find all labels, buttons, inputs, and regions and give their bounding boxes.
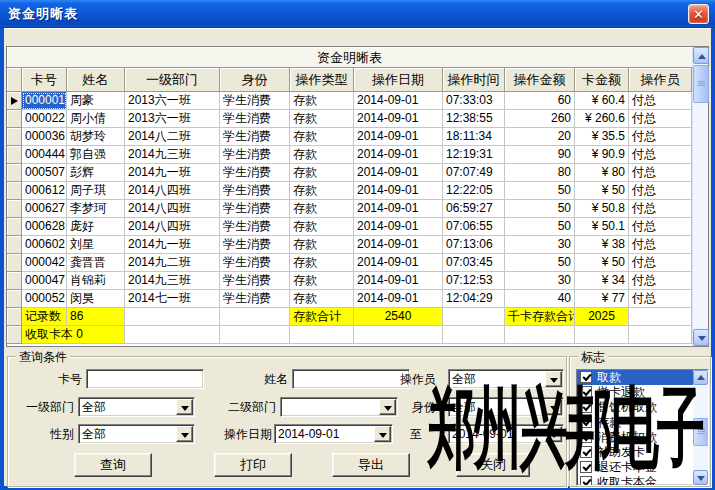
gender-combobox[interactable]: 全部	[78, 424, 195, 444]
checkbox-checked-icon[interactable]	[580, 371, 592, 383]
cell-identity[interactable]: 学生消费	[220, 218, 290, 236]
cell-card-no[interactable]: 000444	[22, 146, 67, 164]
flag-list-item[interactable]: 撤卡退款	[577, 385, 693, 400]
column-header[interactable]: 卡号	[22, 68, 67, 92]
cell-op-type[interactable]: 存款	[290, 200, 354, 218]
cell-card-no[interactable]: 000047	[22, 272, 67, 290]
column-header[interactable]: 操作时间	[443, 68, 505, 92]
cell-card-balance[interactable]: ¥ 50	[575, 182, 629, 200]
cell-op-amount[interactable]: 60	[505, 92, 575, 110]
scrollbar-thumb[interactable]	[693, 65, 709, 103]
cell-name[interactable]: 刘星	[67, 236, 125, 254]
cell-operator[interactable]: 付总	[629, 236, 692, 254]
cell-name[interactable]: 周小倩	[67, 110, 125, 128]
cell-dept1[interactable]: 2013六一班	[125, 92, 220, 110]
cell-card-balance[interactable]: ¥ 77	[575, 290, 629, 308]
flag-list-item[interactable]: 售饭机取款	[577, 400, 693, 415]
cell-op-time[interactable]: 07:33:03	[443, 92, 505, 110]
cell-name[interactable]: 闵昊	[67, 290, 125, 308]
flag-list-item[interactable]: 存款	[577, 415, 693, 430]
cell-op-time[interactable]: 07:03:45	[443, 254, 505, 272]
flag-list-item[interactable]: 取款	[577, 370, 693, 385]
cell-operator[interactable]: 付总	[629, 272, 692, 290]
cell-op-date[interactable]: 2014-09-01	[354, 92, 443, 110]
cell-operator[interactable]: 付总	[629, 200, 692, 218]
cell-identity[interactable]: 学生消费	[220, 110, 290, 128]
cell-dept1[interactable]: 2013六一班	[125, 110, 220, 128]
cell-op-date[interactable]: 2014-09-01	[354, 236, 443, 254]
cell-identity[interactable]: 学生消费	[220, 128, 290, 146]
cell-card-balance[interactable]: ¥ 50.1	[575, 218, 629, 236]
cell-card-balance[interactable]: ¥ 80	[575, 164, 629, 182]
checkbox-checked-icon[interactable]	[580, 431, 592, 443]
cell-operator[interactable]: 付总	[629, 290, 692, 308]
cell-name[interactable]: 庞好	[67, 218, 125, 236]
cell-card-balance[interactable]: ¥ 90.9	[575, 146, 629, 164]
cell-op-amount[interactable]: 260	[505, 110, 575, 128]
cell-dept1[interactable]: 2014九一班	[125, 236, 220, 254]
date-to-combobox[interactable]: 2014-09-01	[448, 424, 564, 444]
cell-op-type[interactable]: 存款	[290, 92, 354, 110]
dropdown-button[interactable]	[374, 426, 391, 442]
cell-card-no[interactable]: 000612	[22, 182, 67, 200]
cell-op-amount[interactable]: 50	[505, 200, 575, 218]
cell-op-type[interactable]: 存款	[290, 110, 354, 128]
cell-identity[interactable]: 学生消费	[220, 290, 290, 308]
cell-dept1[interactable]: 2014七一班	[125, 290, 220, 308]
close-window-button[interactable]: 关闭	[456, 453, 530, 477]
cell-name[interactable]: 周豪	[67, 92, 125, 110]
cell-op-date[interactable]: 2014-09-01	[354, 182, 443, 200]
column-header[interactable]: 操作员	[629, 68, 692, 92]
column-header[interactable]: 卡金额	[575, 68, 629, 92]
cell-op-time[interactable]: 12:19:31	[443, 146, 505, 164]
cell-identity[interactable]: 学生消费	[220, 236, 290, 254]
operator-combobox[interactable]: 全部	[448, 369, 564, 389]
column-header[interactable]: 姓名	[67, 68, 125, 92]
cell-card-no[interactable]: 000001	[22, 92, 67, 110]
cell-operator[interactable]: 付总	[629, 254, 692, 272]
cell-op-date[interactable]: 2014-09-01	[354, 290, 443, 308]
cell-op-type[interactable]: 存款	[290, 236, 354, 254]
flags-checkbox-list[interactable]: 取款 撤卡退款 售饭机取款 存款 消费机扣款 补助发卡 退还卡本金	[576, 369, 709, 486]
column-header[interactable]: 操作类型	[290, 68, 354, 92]
cell-operator[interactable]: 付总	[629, 164, 692, 182]
cell-operator[interactable]: 付总	[629, 92, 692, 110]
flag-list-item[interactable]: 消费机扣款	[577, 430, 693, 445]
cell-card-balance[interactable]: ¥ 35.5	[575, 128, 629, 146]
identity-combobox[interactable]: 全部	[448, 397, 564, 417]
cell-card-balance[interactable]: ¥ 38	[575, 236, 629, 254]
cell-op-amount[interactable]: 20	[505, 128, 575, 146]
cell-op-amount[interactable]: 50	[505, 182, 575, 200]
cell-card-balance[interactable]: ¥ 260.6	[575, 110, 629, 128]
column-header[interactable]: 操作日期	[354, 68, 443, 92]
cell-op-time[interactable]: 07:06:55	[443, 218, 505, 236]
card-no-input[interactable]	[86, 369, 204, 389]
cell-name[interactable]: 李梦珂	[67, 200, 125, 218]
cell-card-no[interactable]: 000022	[22, 110, 67, 128]
checkbox-checked-icon[interactable]	[580, 416, 592, 428]
cell-identity[interactable]: 学生消费	[220, 92, 290, 110]
cell-op-amount[interactable]: 30	[505, 236, 575, 254]
cell-op-amount[interactable]: 90	[505, 146, 575, 164]
cell-card-no[interactable]: 000042	[22, 254, 67, 272]
table-scrollbar[interactable]	[692, 47, 708, 346]
checkbox-checked-icon[interactable]	[580, 386, 592, 398]
cell-op-time[interactable]: 07:12:53	[443, 272, 505, 290]
cell-card-no[interactable]: 000036	[22, 128, 67, 146]
cell-op-time[interactable]: 06:59:27	[443, 200, 505, 218]
cell-op-amount[interactable]: 80	[505, 164, 575, 182]
export-button[interactable]: 导出	[332, 453, 410, 477]
cell-name[interactable]: 胡梦玲	[67, 128, 125, 146]
cell-op-time[interactable]: 07:13:06	[443, 236, 505, 254]
dropdown-button[interactable]	[176, 399, 193, 415]
cell-op-type[interactable]: 存款	[290, 272, 354, 290]
dropdown-button[interactable]	[545, 399, 562, 415]
cell-operator[interactable]: 付总	[629, 128, 692, 146]
cell-dept1[interactable]: 2014九二班	[125, 254, 220, 272]
cell-card-no[interactable]: 000507	[22, 164, 67, 182]
dept2-combobox[interactable]	[280, 397, 398, 417]
scroll-down-button[interactable]	[693, 470, 708, 485]
cell-op-type[interactable]: 存款	[290, 182, 354, 200]
cell-card-no[interactable]: 000628	[22, 218, 67, 236]
cell-op-date[interactable]: 2014-09-01	[354, 164, 443, 182]
